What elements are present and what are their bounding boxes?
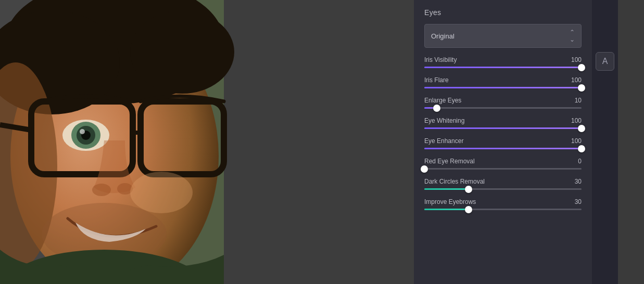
slider-thumb-improve-eyebrows[interactable] — [465, 206, 472, 213]
slider-row-iris-flare: Iris Flare 100 — [424, 76, 582, 88]
slider-track-eye-enhancer[interactable] — [424, 148, 582, 149]
slider-fill-improve-eyebrows — [424, 209, 469, 210]
slider-row-iris-visibility: Iris Visibility 100 — [424, 56, 582, 68]
slider-label-red-eye-removal: Red Eye Removal — [424, 158, 475, 165]
slider-label-eye-enhancer: Eye Enhancer — [424, 137, 463, 145]
svg-rect-2 — [224, 0, 414, 284]
slider-header-improve-eyebrows: Improve Eyebrows 30 — [424, 198, 582, 205]
slider-track-dark-circles-removal[interactable] — [424, 188, 582, 190]
slider-label-improve-eyebrows: Improve Eyebrows — [424, 198, 476, 205]
slider-track-iris-visibility[interactable] — [424, 67, 582, 68]
slider-value-improve-eyebrows: 30 — [575, 198, 582, 205]
svg-point-16 — [80, 129, 85, 134]
slider-fill-iris-visibility — [424, 67, 582, 68]
slider-label-dark-circles-removal: Dark Circles Removal — [424, 178, 485, 185]
slider-header-enlarge-eyes: Enlarge Eyes 10 — [424, 97, 582, 104]
slider-row-improve-eyebrows: Improve Eyebrows 30 — [424, 198, 582, 210]
slider-row-enlarge-eyes: Enlarge Eyes 10 — [424, 97, 582, 109]
svg-point-19 — [130, 172, 193, 213]
slider-value-eye-enhancer: 100 — [571, 137, 582, 145]
slider-value-dark-circles-removal: 30 — [575, 178, 582, 185]
dropdown-label: Original — [431, 32, 454, 40]
right-panel: Eyes Original ⌃⌄ Iris Visibility 100 Iri… — [414, 0, 592, 284]
slider-thumb-iris-visibility[interactable] — [578, 64, 585, 71]
slider-header-eye-enhancer: Eye Enhancer 100 — [424, 137, 582, 145]
slider-label-iris-visibility: Iris Visibility — [424, 56, 457, 63]
slider-track-red-eye-removal[interactable] — [424, 168, 582, 170]
slider-fill-dark-circles-removal — [424, 188, 469, 190]
slider-row-eye-enhancer: Eye Enhancer 100 — [424, 137, 582, 149]
slider-thumb-iris-flare[interactable] — [578, 84, 585, 92]
slider-fill-eye-enhancer — [424, 148, 582, 149]
slider-row-red-eye-removal: Red Eye Removal 0 — [424, 158, 582, 170]
slider-row-eye-whitening: Eye Whitening 100 — [424, 117, 582, 129]
photo-area — [0, 0, 414, 284]
slider-header-iris-visibility: Iris Visibility 100 — [424, 56, 582, 63]
svg-point-17 — [92, 184, 111, 196]
slider-thumb-eye-enhancer[interactable] — [578, 145, 585, 152]
slider-value-eye-whitening: 100 — [571, 117, 582, 124]
slider-header-red-eye-removal: Red Eye Removal 0 — [424, 158, 582, 165]
chevron-down-icon: ⌃⌄ — [570, 29, 575, 43]
font-icon: A — [602, 57, 608, 66]
slider-track-iris-flare[interactable] — [424, 87, 582, 88]
slider-track-eye-whitening[interactable] — [424, 127, 582, 129]
slider-track-improve-eyebrows[interactable] — [424, 209, 582, 210]
slider-fill-eye-whitening — [424, 127, 582, 129]
slider-thumb-dark-circles-removal[interactable] — [465, 186, 472, 193]
font-icon-button[interactable]: A — [596, 52, 614, 71]
slider-row-dark-circles-removal: Dark Circles Removal 30 — [424, 178, 582, 190]
svg-point-6 — [130, 10, 234, 94]
slider-value-iris-flare: 100 — [571, 76, 582, 84]
slider-fill-iris-flare — [424, 87, 582, 88]
slider-header-dark-circles-removal: Dark Circles Removal 30 — [424, 178, 582, 185]
slider-label-iris-flare: Iris Flare — [424, 76, 449, 84]
slider-header-eye-whitening: Eye Whitening 100 — [424, 117, 582, 124]
slider-label-eye-whitening: Eye Whitening — [424, 117, 464, 124]
slider-thumb-red-eye-removal[interactable] — [421, 165, 428, 173]
slider-track-enlarge-eyes[interactable] — [424, 107, 582, 109]
slider-value-enlarge-eyes: 10 — [575, 97, 582, 104]
panel-content: Eyes Original ⌃⌄ Iris Visibility 100 Iri… — [414, 0, 592, 284]
slider-value-red-eye-removal: 0 — [578, 158, 582, 165]
panel-title: Eyes — [424, 8, 582, 17]
slider-value-iris-visibility: 100 — [571, 56, 582, 63]
icon-panel: A — [592, 0, 618, 284]
slider-thumb-eye-whitening[interactable] — [578, 125, 585, 132]
slider-thumb-enlarge-eyes[interactable] — [433, 105, 440, 112]
preset-dropdown[interactable]: Original ⌃⌄ — [424, 24, 582, 48]
photo-image — [0, 0, 414, 284]
slider-label-enlarge-eyes: Enlarge Eyes — [424, 97, 461, 104]
sliders-container: Iris Visibility 100 Iris Flare 100 Enlar… — [424, 56, 582, 210]
slider-header-iris-flare: Iris Flare 100 — [424, 76, 582, 84]
